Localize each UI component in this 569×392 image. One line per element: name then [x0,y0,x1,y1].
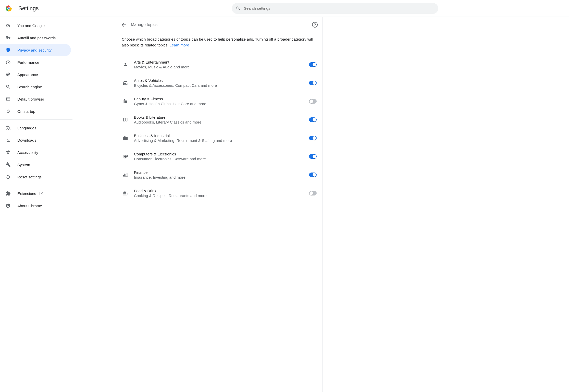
sidebar-item-label: Performance [17,60,39,65]
sidebar-item-you-and-google[interactable]: You and Google [0,19,71,32]
topic-title: Books & Literature [134,115,309,119]
sidebar-item-system[interactable]: System [0,158,71,171]
search-icon [236,6,241,11]
topic-row: Computers & Electronics Consumer Electro… [116,147,322,166]
topic-row: Autos & Vehicles Bicycles & Accessories,… [116,74,322,92]
key-icon [6,35,11,40]
header: Settings [0,0,569,17]
download-icon [6,138,11,143]
topic-title: Food & Drink [134,189,309,193]
sidebar-item-label: Default browser [17,97,44,101]
reset-icon [6,174,11,179]
topic-icon [122,135,129,141]
topic-row: Beauty & Fitness Gyms & Health Clubs, Ha… [116,92,322,111]
topic-row: Business & Industrial Advertising & Mark… [116,129,322,147]
sidebar-item-privacy[interactable]: Privacy and security [0,44,71,56]
page-title: Manage topics [131,22,312,27]
topic-icon [122,62,129,67]
topic-subtitle: Cooking & Recipes, Restaurants and more [134,193,309,198]
sidebar-item-languages[interactable]: Languages [0,122,71,134]
sidebar-item-performance[interactable]: Performance [0,56,71,68]
sidebar-item-autofill[interactable]: Autofill and passwords [0,32,71,44]
sidebar-item-label: Autofill and passwords [17,36,56,40]
topic-toggle[interactable] [309,173,317,177]
topic-icon [122,99,129,104]
divider [0,185,72,185]
accessibility-icon [6,150,11,155]
topic-toggle[interactable] [309,117,317,122]
search-input[interactable] [244,6,434,10]
power-icon [6,109,11,114]
topic-toggle[interactable] [309,62,317,67]
back-button[interactable] [121,22,127,28]
sidebar-item-search-engine[interactable]: Search engine [0,81,71,93]
sidebar-item-label: You and Google [17,23,45,28]
topic-toggle[interactable] [309,154,317,159]
topic-icon [122,80,129,86]
sidebar-item-label: Search engine [17,85,42,89]
topic-title: Arts & Entertainment [134,60,309,64]
help-button[interactable]: ? [312,22,318,28]
topic-subtitle: Bicycles & Accessories, Compact Cars and… [134,83,309,88]
sidebar-item-label: Privacy and security [17,48,52,52]
sidebar-item-reset[interactable]: Reset settings [0,171,71,183]
sidebar: You and Google Autofill and passwords Pr… [0,17,72,392]
sidebar-item-default-browser[interactable]: Default browser [0,93,71,105]
topic-icon [122,172,129,178]
sidebar-item-label: Reset settings [17,175,42,179]
topic-toggle[interactable] [309,136,317,140]
topic-row: Food & Drink Cooking & Recipes, Restaura… [116,184,322,202]
open-in-new-icon [39,191,44,196]
sidebar-item-label: On startup [17,109,35,114]
translate-icon [6,125,11,130]
sidebar-item-label: About Chrome [17,204,42,208]
svg-point-3 [8,7,10,9]
sidebar-item-label: Downloads [17,138,36,142]
svg-point-4 [8,205,9,206]
sidebar-item-on-startup[interactable]: On startup [0,105,71,117]
palette-icon [6,72,11,77]
topic-title: Autos & Vehicles [134,78,309,83]
sidebar-item-appearance[interactable]: Appearance [0,68,71,81]
topic-title: Computers & Electronics [134,152,309,156]
search-bar[interactable] [232,3,438,14]
topic-toggle[interactable] [309,99,317,104]
topic-subtitle: Movies, Music & Audio and more [134,65,309,69]
sidebar-item-accessibility[interactable]: Accessibility [0,146,71,158]
learn-more-link[interactable]: Learn more [170,43,189,47]
browser-icon [6,96,11,102]
topic-toggle[interactable] [309,191,317,195]
settings-card: Manage topics ? Choose which broad categ… [116,17,323,392]
google-g-icon [6,23,11,28]
topic-row: Arts & Entertainment Movies, Music & Aud… [116,55,322,74]
wrench-icon [6,162,11,167]
sidebar-item-label: Languages [17,126,36,130]
topic-subtitle: Gyms & Health Clubs, Hair Care and more [134,102,309,106]
topic-toggle[interactable] [309,81,317,85]
topic-subtitle: Advertising & Marketing, Recruitment & S… [134,138,309,143]
extension-icon [6,191,11,196]
topic-subtitle: Insurance, Investing and more [134,175,309,179]
sidebar-item-downloads[interactable]: Downloads [0,134,71,146]
sidebar-item-label: System [17,163,30,167]
app-title: Settings [18,5,39,12]
topic-icon [122,117,129,122]
topic-icon [122,154,129,159]
topic-row: Books & Literature Audiobooks, Literary … [116,111,322,129]
chrome-logo-icon [5,5,12,12]
intro-body: Choose which broad categories of topics … [122,37,313,47]
divider [0,119,72,120]
sidebar-item-label: Appearance [17,72,38,77]
topic-row: Finance Insurance, Investing and more [116,166,322,184]
shield-icon [6,47,11,53]
chrome-icon [6,203,11,208]
topic-title: Finance [134,170,309,175]
intro-text: Choose which broad categories of topics … [116,33,322,55]
search-icon [6,84,11,89]
sidebar-item-extensions[interactable]: Extensions [0,187,71,200]
sidebar-item-label: Accessibility [17,150,38,155]
sidebar-item-label: Extensions [17,191,36,196]
sidebar-item-about[interactable]: About Chrome [0,200,71,212]
topic-subtitle: Consumer Electronics, Software and more [134,157,309,161]
speedometer-icon [6,60,11,65]
